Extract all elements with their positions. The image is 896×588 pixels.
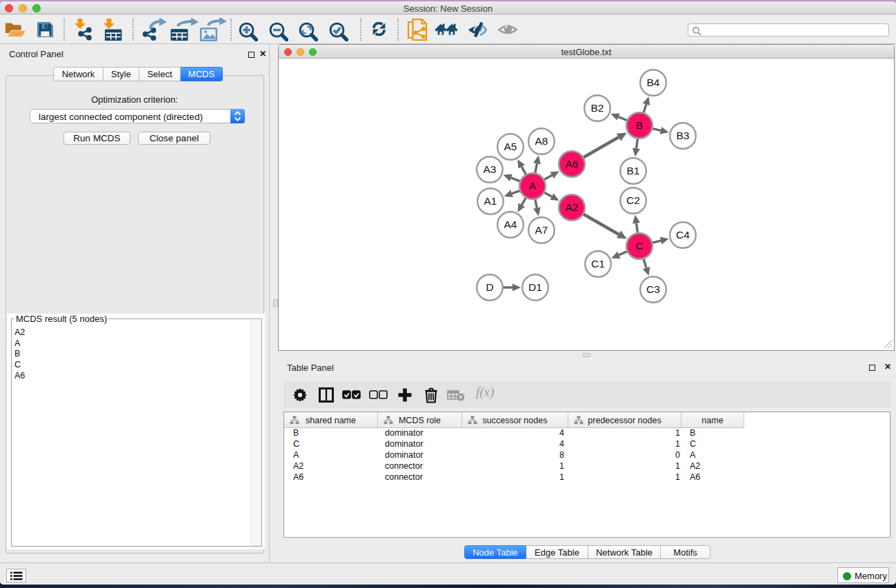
svg-text:D: D: [486, 281, 493, 293]
svg-text:B: B: [636, 119, 643, 131]
svg-text:A5: A5: [504, 141, 517, 152]
svg-text:C4: C4: [676, 229, 690, 241]
svg-text:C3: C3: [646, 283, 660, 295]
svg-text:A8: A8: [535, 135, 548, 147]
svg-text:A: A: [529, 180, 537, 192]
svg-text:A3: A3: [484, 163, 497, 175]
svg-text:C: C: [635, 240, 643, 252]
svg-text:A2: A2: [566, 201, 579, 213]
svg-text:B2: B2: [591, 102, 604, 114]
svg-text:C1: C1: [591, 258, 605, 270]
svg-text:A1: A1: [484, 195, 497, 207]
svg-text:B3: B3: [677, 130, 690, 141]
svg-text:A6: A6: [566, 158, 579, 170]
svg-text:A7: A7: [535, 224, 548, 236]
svg-text:C2: C2: [626, 194, 640, 206]
svg-text:B4: B4: [647, 77, 660, 88]
svg-text:D1: D1: [528, 281, 542, 293]
svg-text:A4: A4: [504, 219, 517, 230]
svg-text:B1: B1: [627, 165, 640, 176]
